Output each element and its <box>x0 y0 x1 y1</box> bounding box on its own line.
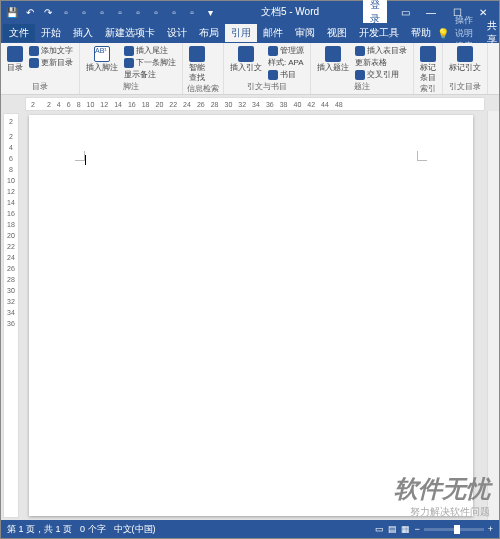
vertical-ruler[interactable]: 224681012141618202224262830323436 <box>3 113 19 518</box>
insert-tof-button[interactable]: 插入表目录 <box>353 45 409 57</box>
style-dropdown[interactable]: 样式:APA <box>266 57 306 69</box>
tab-view[interactable]: 视图 <box>321 24 353 42</box>
ruler-area: 2246810121416182022242628303234363840424… <box>1 95 499 111</box>
language[interactable]: 中文(中国) <box>114 523 156 536</box>
save-icon[interactable]: 💾 <box>5 5 19 19</box>
insert-citation-button[interactable]: 插入引文 <box>228 45 264 74</box>
group-label: 引文与书目 <box>228 81 306 92</box>
page-count[interactable]: 第 1 页，共 1 页 <box>7 523 72 536</box>
mark-entry-button[interactable]: 标记 条目 <box>418 45 438 83</box>
word-app: 💾 ↶ ↷ ▫ ▫ ▫ ▫ ▫ ▫ ▫ ▫ ▾ 文档5 - Word 登录 ▭ … <box>0 0 500 539</box>
title-bar: 💾 ↶ ↷ ▫ ▫ ▫ ▫ ▫ ▫ ▫ ▫ ▾ 文档5 - Word 登录 ▭ … <box>1 1 499 23</box>
tab-file[interactable]: 文件 <box>3 24 35 42</box>
redo-icon[interactable]: ↷ <box>41 5 55 19</box>
tab-mailings[interactable]: 邮件 <box>257 24 289 42</box>
group-toa: 标记引文 引文目录 <box>443 43 488 94</box>
page-container <box>21 111 487 520</box>
group-index: 标记 条目 索引 <box>414 43 443 94</box>
footnote-icon: AB¹ <box>94 46 110 62</box>
undo-icon[interactable]: ↶ <box>23 5 37 19</box>
margin-corner-icon <box>417 151 427 161</box>
group-label: 引文目录 <box>447 81 483 92</box>
tab-home[interactable]: 开始 <box>35 24 67 42</box>
insert-footnote-button[interactable]: AB¹插入脚注 <box>84 45 120 74</box>
group-label: 索引 <box>418 83 438 94</box>
manage-sources-button[interactable]: 管理源 <box>266 45 306 57</box>
qat-icon[interactable]: ▫ <box>149 5 163 19</box>
tab-developer[interactable]: 开发工具 <box>353 24 405 42</box>
add-text-icon <box>29 46 39 56</box>
tab-references[interactable]: 引用 <box>225 24 257 42</box>
margin-corner-icon <box>75 151 85 161</box>
group-label: 信息检索 <box>187 83 219 94</box>
update-table-button[interactable]: 更新表格 <box>353 57 409 69</box>
endnote-icon <box>124 46 134 56</box>
group-caption: 插入题注 插入表目录 更新表格 交叉引用 题注 <box>311 43 414 94</box>
document-area: 224681012141618202224262830323436 <box>1 111 499 520</box>
tell-me-icon[interactable]: 💡 <box>437 28 449 39</box>
zoom-in-icon[interactable]: + <box>488 524 493 534</box>
next-footnote-button[interactable]: 下一条脚注 <box>122 57 178 69</box>
group-research: 智能 查找 信息检索 <box>183 43 224 94</box>
view-read-icon[interactable]: ▭ <box>375 524 384 534</box>
toc-button[interactable]: 目录 <box>5 45 25 74</box>
document-page[interactable] <box>29 115 473 516</box>
crossref-icon <box>355 70 365 80</box>
update-toc-button[interactable]: 更新目录 <box>27 57 75 69</box>
view-print-icon[interactable]: ▤ <box>388 524 397 534</box>
insert-caption-button[interactable]: 插入题注 <box>315 45 351 74</box>
qat-icon[interactable]: ▫ <box>77 5 91 19</box>
qat-icon[interactable]: ▫ <box>131 5 145 19</box>
search-icon <box>189 46 205 62</box>
mark-icon <box>420 46 436 62</box>
menu-bar: 文件 开始 插入 新建选项卡 设计 布局 引用 邮件 审阅 视图 开发工具 帮助… <box>1 23 499 43</box>
mark-citation-button[interactable]: 标记引文 <box>447 45 483 74</box>
zoom-out-icon[interactable]: − <box>414 524 419 534</box>
ribbon-display-icon[interactable]: ▭ <box>393 7 417 18</box>
manage-icon <box>268 46 278 56</box>
insert-endnote-button[interactable]: 插入尾注 <box>122 45 178 57</box>
group-footnote: AB¹插入脚注 插入尾注 下一条脚注 显示备注 脚注 <box>80 43 183 94</box>
update-icon <box>29 58 39 68</box>
qat-icon[interactable]: ▫ <box>59 5 73 19</box>
show-notes-button[interactable]: 显示备注 <box>122 69 178 81</box>
qat-icon[interactable]: ▫ <box>167 5 181 19</box>
group-citation: 插入引文 管理源 样式:APA 书目 引文与书目 <box>224 43 311 94</box>
group-label: 题注 <box>315 81 409 92</box>
word-count[interactable]: 0 个字 <box>80 523 106 536</box>
horizontal-ruler[interactable]: 2246810121416182022242628303234363840424… <box>25 97 485 111</box>
biblio-icon <box>268 70 278 80</box>
toc-icon <box>7 46 23 62</box>
smart-lookup-button[interactable]: 智能 查找 <box>187 45 207 83</box>
caption-icon <box>325 46 341 62</box>
bibliography-button[interactable]: 书目 <box>266 69 306 81</box>
qat-icon[interactable]: ▫ <box>113 5 127 19</box>
group-toc: 目录 添加文字 更新目录 目录 <box>1 43 80 94</box>
view-web-icon[interactable]: ▦ <box>401 524 410 534</box>
document-title: 文档5 - Word <box>217 5 363 19</box>
zoom-slider[interactable] <box>424 528 484 531</box>
citation-icon <box>238 46 254 62</box>
qat-icon[interactable]: ▫ <box>95 5 109 19</box>
next-icon <box>124 58 134 68</box>
quick-access-toolbar: 💾 ↶ ↷ ▫ ▫ ▫ ▫ ▫ ▫ ▫ ▫ ▾ <box>5 5 217 19</box>
tab-layout[interactable]: 布局 <box>193 24 225 42</box>
qat-dropdown-icon[interactable]: ▾ <box>203 5 217 19</box>
group-label: 目录 <box>5 81 75 92</box>
add-text-button[interactable]: 添加文字 <box>27 45 75 57</box>
tab-design[interactable]: 设计 <box>161 24 193 42</box>
tab-help[interactable]: 帮助 <box>405 24 437 42</box>
ribbon: 目录 添加文字 更新目录 目录 AB¹插入脚注 插入尾注 下一条脚注 显示备注 … <box>1 43 499 95</box>
cross-ref-button[interactable]: 交叉引用 <box>353 69 409 81</box>
group-label: 脚注 <box>84 81 178 92</box>
tab-review[interactable]: 审阅 <box>289 24 321 42</box>
vertical-scrollbar[interactable] <box>487 111 499 520</box>
mark-cite-icon <box>457 46 473 62</box>
status-bar: 第 1 页，共 1 页 0 个字 中文(中国) ▭ ▤ ▦ − + <box>1 520 499 538</box>
qat-icon[interactable]: ▫ <box>185 5 199 19</box>
text-cursor <box>85 155 86 165</box>
tab-newtab[interactable]: 新建选项卡 <box>99 24 161 42</box>
tof-icon <box>355 46 365 56</box>
tab-insert[interactable]: 插入 <box>67 24 99 42</box>
